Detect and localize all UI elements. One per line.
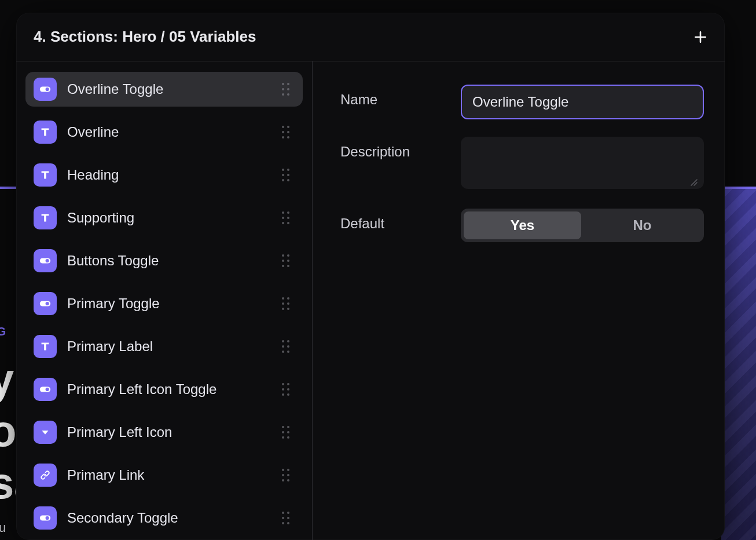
toggle-icon	[34, 249, 57, 272]
variables-panel: 4. Sections: Hero / 05 Variables Overlin…	[16, 13, 725, 540]
variable-label: Primary Toggle	[67, 295, 271, 312]
toggle-icon	[34, 292, 57, 315]
variable-label: Primary Left Icon	[67, 424, 271, 440]
panel-header: 4. Sections: Hero / 05 Variables	[16, 13, 725, 61]
toggle-icon	[34, 506, 57, 530]
default-label: Default	[340, 209, 445, 232]
text-icon	[34, 121, 57, 144]
drag-handle-icon[interactable]	[282, 383, 295, 396]
variable-row[interactable]: Overline Toggle	[25, 72, 303, 107]
variable-row[interactable]: Secondary Toggle	[25, 501, 303, 535]
variable-row[interactable]: Primary Toggle	[25, 286, 303, 321]
variable-row[interactable]: Buttons Toggle	[25, 243, 303, 278]
description-input[interactable]	[461, 137, 704, 189]
variables-list: Overline ToggleOverlineHeadingSupporting…	[16, 61, 313, 540]
variable-row[interactable]: Primary Left Icon Toggle	[25, 372, 303, 407]
drag-handle-icon[interactable]	[282, 512, 295, 524]
drag-handle-icon[interactable]	[282, 254, 295, 267]
text-icon	[34, 163, 57, 187]
variable-detail-pane: Name Description Default Yes	[313, 61, 725, 540]
drag-handle-icon[interactable]	[282, 126, 295, 138]
drag-handle-icon[interactable]	[282, 297, 295, 310]
drag-handle-icon[interactable]	[282, 83, 295, 96]
background-heading-frag-1: y	[0, 353, 14, 404]
variable-row[interactable]: Supporting	[25, 200, 303, 235]
variable-row[interactable]: Primary Left Icon	[25, 415, 303, 450]
default-row: Default Yes No	[340, 209, 704, 242]
background-sub-frag: u	[0, 520, 6, 535]
variable-label: Supporting	[67, 210, 271, 226]
default-yes-button[interactable]: Yes	[464, 211, 581, 239]
name-row: Name	[340, 85, 704, 119]
description-label: Description	[340, 137, 445, 160]
background-right-stripes	[721, 189, 756, 540]
plus-icon	[693, 30, 708, 45]
dropdown-icon	[34, 421, 57, 444]
default-no-button[interactable]: No	[583, 211, 701, 239]
variable-label: Secondary Toggle	[67, 510, 271, 526]
drag-handle-icon[interactable]	[282, 169, 295, 181]
panel-body: Overline ToggleOverlineHeadingSupporting…	[16, 61, 725, 540]
resize-handle-icon[interactable]	[689, 177, 698, 187]
svg-point-1	[46, 87, 49, 91]
link-icon	[34, 464, 57, 487]
svg-point-3	[46, 259, 49, 262]
toggle-icon	[34, 378, 57, 401]
toggle-icon	[34, 78, 57, 101]
background-heading-frag-2: o	[0, 406, 16, 456]
svg-point-9	[46, 516, 49, 520]
drag-handle-icon[interactable]	[282, 469, 295, 481]
svg-point-5	[46, 302, 49, 305]
variable-row[interactable]: Heading	[25, 158, 303, 192]
default-segmented-control: Yes No	[461, 209, 704, 242]
text-icon	[34, 335, 57, 358]
variable-row[interactable]: Primary Label	[25, 329, 303, 364]
text-icon	[34, 206, 57, 229]
name-label: Name	[340, 85, 445, 108]
variable-label: Buttons Toggle	[67, 253, 271, 269]
drag-handle-icon[interactable]	[282, 211, 295, 224]
variable-label: Primary Link	[67, 467, 271, 483]
add-variable-button[interactable]	[692, 29, 709, 45]
svg-point-7	[46, 388, 49, 391]
drag-handle-icon[interactable]	[282, 426, 295, 439]
variable-label: Overline Toggle	[67, 81, 271, 97]
variable-label: Overline	[67, 124, 271, 140]
variable-row[interactable]: Primary Link	[25, 458, 303, 492]
panel-title: 4. Sections: Hero / 05 Variables	[34, 28, 256, 46]
variable-row[interactable]: Overline	[25, 115, 303, 149]
variable-label: Heading	[67, 167, 271, 183]
variable-label: Primary Left Icon Toggle	[67, 381, 271, 397]
variable-label: Primary Label	[67, 338, 271, 355]
name-input[interactable]	[461, 85, 704, 119]
description-row: Description	[340, 137, 704, 191]
drag-handle-icon[interactable]	[282, 340, 295, 353]
